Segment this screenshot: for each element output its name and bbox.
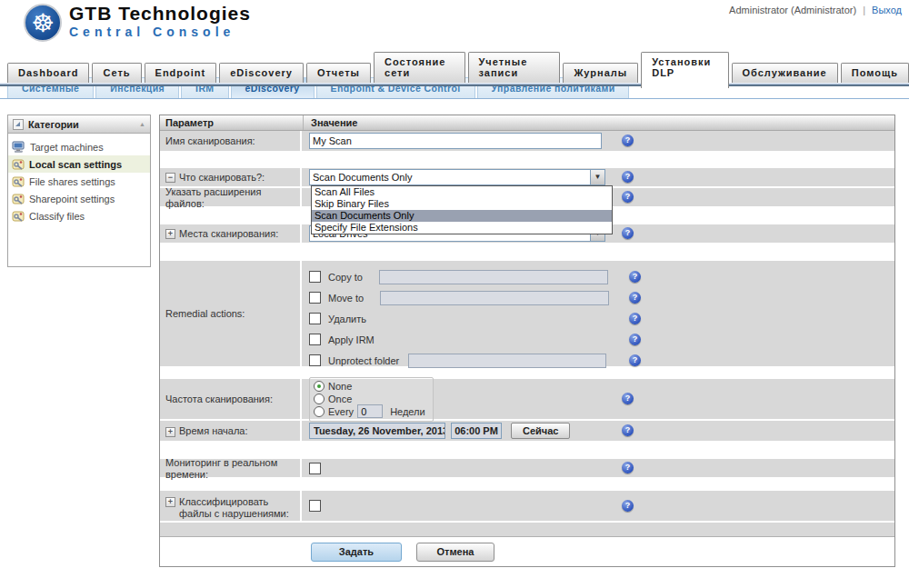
nav-tab-maintenance[interactable]: Обслуживание [732, 63, 838, 83]
sidebar-item-file-shares-settings[interactable]: File shares settings [8, 173, 150, 190]
help-icon[interactable]: ? [622, 191, 634, 203]
move-to-checkbox[interactable] [309, 292, 321, 304]
sidebar-item-label: Local scan settings [29, 159, 122, 170]
form-buttons-row: Задать Отмена [160, 537, 894, 566]
dropdown-option-scan-all-files[interactable]: Scan All Files [312, 186, 612, 198]
move-to-label: Move to [328, 293, 364, 304]
nav-tab-dashboard[interactable]: Dashboard [7, 63, 89, 83]
current-user-label: Administrator (Administrator) [729, 5, 856, 15]
categories-header: Категории ▲ [8, 115, 150, 134]
sidebar-item-label: Classify files [29, 211, 85, 222]
dropdown-option-skip-binary-files[interactable]: Skip Binary Files [312, 198, 612, 210]
separator: | [863, 5, 865, 15]
unprotect-folder-checkbox[interactable] [309, 354, 321, 366]
row-remedial-actions: Remedial actions: Copy to ? Move to ? Уд… [160, 261, 894, 368]
copy-to-checkbox[interactable] [309, 271, 321, 283]
help-icon[interactable]: ? [622, 227, 634, 239]
remedial-copy-to: Copy to ? [309, 266, 889, 287]
sidebar-item-local-scan-settings[interactable]: Local scan settings [8, 155, 150, 173]
delete-checkbox[interactable] [309, 313, 321, 324]
sidebar-item-target-machines[interactable]: Target machines [8, 138, 150, 155]
once-radio[interactable] [314, 394, 325, 404]
sidebar-item-label: Sharepoint settings [29, 194, 115, 204]
row-start-time: + Время начала: Сейчас ? [160, 421, 894, 443]
help-icon[interactable]: ? [622, 171, 634, 183]
remedial-delete: Удалить ? [309, 308, 889, 329]
start-time-input[interactable] [451, 423, 502, 439]
none-label: None [328, 381, 352, 392]
nav-tab-ediscovery[interactable]: eDiscovery [219, 63, 304, 83]
nav-tab-dlp-setup[interactable]: Установки DLP [641, 52, 728, 88]
nav-tab-reports[interactable]: Отчеты [306, 63, 371, 83]
classify-files-checkbox[interactable] [309, 500, 321, 512]
expand-row-icon[interactable]: + [165, 229, 175, 239]
form-table-header: Параметр Значение [160, 115, 894, 131]
dropdown-option-specify-file-extensions[interactable]: Specify File Extensions [312, 222, 612, 234]
row-scan-name: Имя сканирования: ? [160, 131, 894, 153]
help-icon[interactable]: ? [629, 354, 641, 366]
classify-files-label: Классифицировать файлы с нарушениями: [179, 496, 296, 520]
scan-settings-icon [12, 175, 25, 187]
unprotect-folder-path-input[interactable] [408, 354, 606, 368]
nav-tab-logs[interactable]: Журналы [563, 63, 638, 83]
expand-row-icon[interactable]: + [165, 427, 175, 437]
dropdown-option-scan-documents-only[interactable]: Scan Documents Only [312, 210, 612, 222]
submit-button[interactable]: Задать [311, 543, 402, 562]
unprotect-folder-label: Unprotect folder [328, 355, 399, 366]
categories-icon [13, 119, 24, 130]
sidebar-item-classify-files[interactable]: Classify files [8, 207, 150, 224]
remedial-apply-irm: Apply IRM ? [309, 329, 889, 350]
form-footer-strip [160, 523, 894, 537]
help-icon[interactable]: ? [629, 334, 641, 345]
none-radio[interactable] [314, 381, 325, 392]
nav-tab-network-status[interactable]: Состояние сети [374, 52, 465, 83]
nav-tab-accounts[interactable]: Учетные записи [468, 52, 561, 83]
expand-row-icon[interactable]: + [165, 497, 175, 507]
sidebar-item-label: File shares settings [29, 176, 115, 187]
remedial-unprotect-folder: Unprotect folder ? [309, 350, 889, 371]
scan-settings-icon [12, 158, 25, 170]
nav-tab-network[interactable]: Сеть [92, 63, 141, 83]
chevron-down-icon[interactable]: ▼ [590, 170, 604, 184]
frequency-none-option: None [314, 380, 425, 393]
collapse-panel-icon[interactable]: ▲ [139, 121, 145, 127]
help-icon[interactable]: ? [629, 292, 641, 304]
scan-locations-label: Места сканирования: [179, 228, 278, 240]
every-weeks-input[interactable] [357, 404, 383, 418]
logo-subtitle: Central Console [69, 24, 251, 40]
row-classify-files: + Классифицировать файлы с нарушениями: … [160, 491, 894, 523]
once-label: Once [328, 394, 352, 404]
what-to-scan-select[interactable]: Scan Documents Only ▼ [309, 169, 605, 185]
copy-to-path-input[interactable] [379, 270, 608, 284]
gtb-logo: ☸ GTB Technologies Central Console [24, 4, 251, 42]
now-button[interactable]: Сейчас [511, 423, 570, 439]
help-icon[interactable]: ? [622, 393, 634, 404]
spacer-row [160, 153, 894, 168]
scan-frequency-label: Частота сканирования: [160, 379, 302, 419]
row-realtime-monitoring: Мониторинг в реальном времени: ? [160, 459, 894, 479]
every-radio[interactable] [314, 406, 325, 417]
collapse-row-icon[interactable]: − [165, 173, 175, 183]
help-icon[interactable]: ? [622, 135, 634, 146]
help-icon[interactable]: ? [622, 424, 634, 436]
help-icon[interactable]: ? [622, 462, 634, 473]
logout-link[interactable]: Выход [872, 5, 902, 15]
remedial-move-to: Move to ? [309, 287, 889, 308]
help-icon[interactable]: ? [629, 271, 641, 283]
apply-irm-checkbox[interactable] [309, 334, 321, 345]
what-to-scan-selected-value: Scan Documents Only [310, 172, 590, 183]
ship-wheel-icon: ☸ [24, 4, 62, 42]
start-time-label: Время начала: [179, 425, 248, 437]
spacer-row [160, 244, 894, 261]
start-date-input[interactable] [309, 423, 445, 439]
nav-tab-endpoint[interactable]: Endpoint [145, 63, 217, 83]
realtime-monitoring-checkbox[interactable] [309, 463, 321, 474]
apply-irm-label: Apply IRM [328, 334, 375, 345]
sidebar-item-sharepoint-settings[interactable]: Sharepoint settings [8, 190, 150, 207]
help-icon[interactable]: ? [629, 313, 641, 324]
move-to-path-input[interactable] [380, 291, 609, 305]
nav-tab-help[interactable]: Помощь [841, 63, 909, 83]
help-icon[interactable]: ? [622, 500, 634, 512]
scan-name-input[interactable] [309, 133, 602, 149]
cancel-button[interactable]: Отмена [416, 543, 494, 562]
